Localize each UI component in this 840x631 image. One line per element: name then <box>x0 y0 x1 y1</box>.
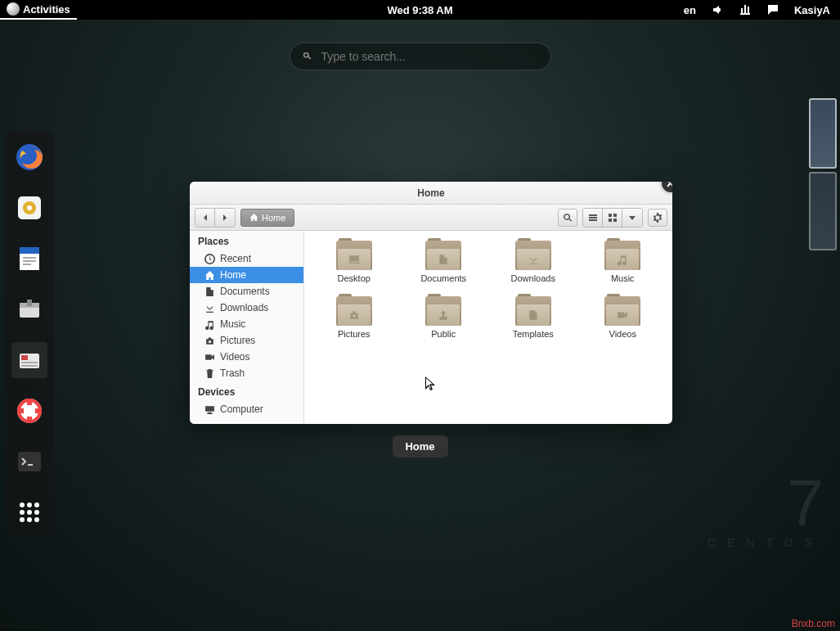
folder-videos[interactable]: Videos <box>583 296 663 339</box>
folder-label: Music <box>611 273 635 283</box>
overview-search[interactable] <box>290 43 551 70</box>
dash-firefox[interactable] <box>11 139 47 175</box>
svg-point-22 <box>27 510 32 515</box>
folder-icon <box>604 296 640 326</box>
sidebar-item-label: Downloads <box>220 302 268 313</box>
dash-rhythmbox[interactable] <box>11 190 47 226</box>
svg-point-26 <box>34 517 39 522</box>
svg-point-25 <box>27 517 32 522</box>
svg-rect-28 <box>589 217 597 219</box>
sidebar-item-label: Music <box>220 318 245 330</box>
toolbar: Home <box>190 205 672 231</box>
folder-downloads[interactable]: Downloads <box>493 241 573 283</box>
chat-icon[interactable] <box>766 3 779 16</box>
sidebar-item-pictures[interactable]: Pictures <box>190 332 303 349</box>
folder-label: Templates <box>513 329 554 339</box>
user-menu[interactable]: KasiyA <box>794 4 830 16</box>
svg-rect-5 <box>20 247 39 254</box>
svg-point-23 <box>34 510 39 515</box>
svg-rect-17 <box>18 452 41 471</box>
svg-rect-14 <box>21 362 38 363</box>
clock[interactable]: Wed 9:38 AM <box>387 4 452 16</box>
svg-rect-32 <box>609 219 612 222</box>
files-window: ✕ Home Home Places RecentHomeDocumentsDo… <box>190 182 672 424</box>
svg-point-3 <box>27 205 32 210</box>
back-button[interactable] <box>195 209 215 227</box>
toolbar-search-button[interactable] <box>558 209 577 227</box>
svg-point-18 <box>20 503 25 507</box>
search-icon <box>302 51 313 62</box>
svg-point-19 <box>27 503 32 507</box>
svg-rect-27 <box>589 214 597 216</box>
view-options-button[interactable] <box>622 209 642 227</box>
window-title: Home <box>417 187 444 199</box>
sidebar: Places RecentHomeDocumentsDownloadsMusic… <box>190 231 304 424</box>
sidebar-item-videos[interactable]: Videos <box>190 349 303 365</box>
sidebar-item-label: Recent <box>220 253 251 264</box>
sidebar-item-trash[interactable]: Trash <box>190 365 303 381</box>
svg-rect-30 <box>609 214 612 217</box>
dash-terminal[interactable] <box>11 444 47 480</box>
titlebar[interactable]: Home <box>190 182 672 205</box>
activities-label: Activities <box>23 3 70 16</box>
forward-button[interactable] <box>215 209 235 227</box>
folder-icon <box>336 296 372 326</box>
sidebar-item-recent[interactable]: Recent <box>190 250 303 267</box>
sidebar-item-label: Videos <box>220 351 249 363</box>
folder-desktop[interactable]: Desktop <box>314 241 394 283</box>
svg-point-21 <box>20 510 25 515</box>
places-heading: Places <box>190 231 303 250</box>
workspace-2[interactable] <box>809 172 837 250</box>
folder-icon <box>604 241 640 270</box>
sidebar-item-label: Home <box>220 269 246 281</box>
sidebar-item-music[interactable]: Music <box>190 316 303 332</box>
centos-brand: 7 CENTOS <box>707 471 824 549</box>
folder-icon <box>515 296 551 326</box>
dash-help[interactable] <box>11 393 47 429</box>
view-grid-button[interactable] <box>603 209 622 227</box>
folder-label: Pictures <box>338 329 371 339</box>
folder-icon <box>515 241 551 270</box>
network-icon[interactable] <box>739 3 752 16</box>
folder-pictures[interactable]: Pictures <box>314 296 394 339</box>
sidebar-item-documents[interactable]: Documents <box>190 283 303 300</box>
folder-label: Documents <box>420 273 466 283</box>
view-list-button[interactable] <box>583 209 603 227</box>
watermark: Bnxb.com <box>792 618 835 629</box>
dash <box>5 131 54 539</box>
system-tray: en KasiyA <box>684 3 840 16</box>
sidebar-item-downloads[interactable]: Downloads <box>190 300 303 316</box>
svg-rect-31 <box>613 214 617 217</box>
folder-templates[interactable]: Templates <box>493 296 573 339</box>
dash-archive-manager[interactable] <box>11 291 47 327</box>
folder-label: Videos <box>609 329 636 339</box>
preferences-button[interactable] <box>648 209 667 227</box>
path-home-button[interactable]: Home <box>240 209 294 227</box>
dash-libreoffice-writer[interactable] <box>11 241 47 277</box>
svg-rect-29 <box>589 219 597 221</box>
dash-files[interactable] <box>11 342 47 378</box>
sidebar-item-label: Pictures <box>220 335 255 346</box>
folder-label: Downloads <box>511 273 555 283</box>
activities-button[interactable]: Activities <box>0 0 77 20</box>
gear-icon <box>653 213 663 223</box>
language-indicator[interactable]: en <box>684 4 696 16</box>
folder-icon <box>336 241 372 270</box>
folder-icon <box>425 241 461 270</box>
sidebar-item-home[interactable]: Home <box>190 267 303 283</box>
folder-public[interactable]: Public <box>404 296 484 339</box>
folder-documents[interactable]: Documents <box>404 241 484 283</box>
sidebar-item-computer[interactable]: Computer <box>190 401 303 417</box>
search-input[interactable] <box>321 50 539 63</box>
svg-rect-33 <box>613 219 617 222</box>
svg-rect-6 <box>23 257 36 259</box>
svg-rect-7 <box>23 260 36 262</box>
top-panel: Activities Wed 9:38 AM en KasiyA <box>0 0 840 20</box>
workspace-1[interactable] <box>809 98 837 169</box>
folder-grid: DesktopDocumentsDownloadsMusicPicturesPu… <box>304 231 672 424</box>
volume-icon[interactable] <box>711 3 724 16</box>
dash-apps-grid[interactable] <box>11 494 47 530</box>
sidebar-item-label: Trash <box>220 367 245 379</box>
folder-music[interactable]: Music <box>583 241 663 283</box>
activities-icon <box>7 2 20 16</box>
